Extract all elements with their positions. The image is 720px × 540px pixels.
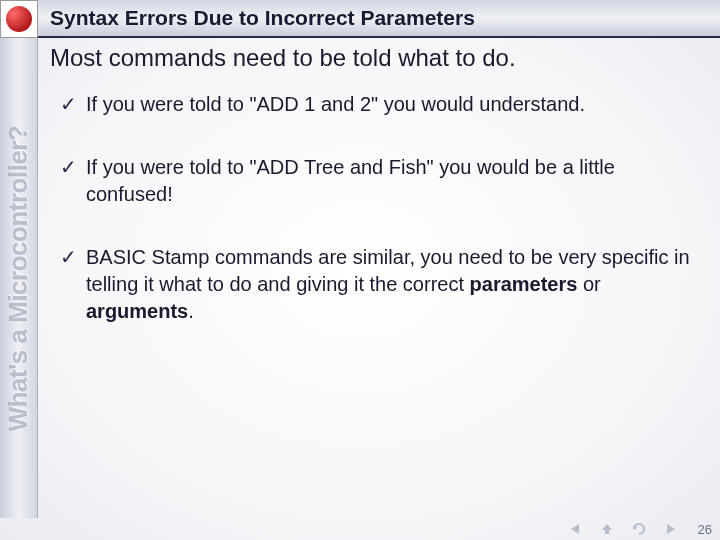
- page-number: 26: [692, 522, 712, 537]
- sidebar: What's a Microcontroller?: [0, 38, 38, 518]
- list-item: ✓ If you were told to "ADD Tree and Fish…: [60, 154, 696, 208]
- list-item: ✓ If you were told to "ADD 1 and 2" you …: [60, 91, 696, 118]
- footer: 26: [0, 518, 720, 540]
- check-icon: ✓: [60, 244, 77, 271]
- triangle-right-icon: [664, 522, 678, 536]
- nav-home-button[interactable]: [596, 521, 618, 537]
- bullet-bold: arguments: [86, 300, 188, 322]
- bullet-text: If you were told to "ADD Tree and Fish" …: [86, 156, 615, 205]
- logo: [0, 0, 38, 38]
- title-bar: Syntax Errors Due to Incorrect Parameter…: [38, 0, 720, 38]
- nav-loop-button[interactable]: [628, 521, 650, 537]
- check-icon: ✓: [60, 91, 77, 118]
- page-title: Syntax Errors Due to Incorrect Parameter…: [50, 6, 475, 30]
- check-icon: ✓: [60, 154, 77, 181]
- triangle-left-icon: [568, 522, 582, 536]
- nav-prev-button[interactable]: [564, 521, 586, 537]
- list-item: ✓ BASIC Stamp commands are similar, you …: [60, 244, 696, 325]
- nav-next-button[interactable]: [660, 521, 682, 537]
- intro-text: Most commands need to be told what to do…: [50, 42, 696, 73]
- content-area: Most commands need to be told what to do…: [50, 42, 696, 510]
- bullet-list: ✓ If you were told to "ADD 1 and 2" you …: [50, 91, 696, 325]
- bullet-text: If you were told to "ADD 1 and 2" you wo…: [86, 93, 585, 115]
- slide: Syntax Errors Due to Incorrect Parameter…: [0, 0, 720, 540]
- loop-icon: [631, 522, 647, 536]
- bullet-bold: parameters: [470, 273, 578, 295]
- logo-apple: [6, 6, 32, 32]
- header: Syntax Errors Due to Incorrect Parameter…: [0, 0, 720, 38]
- home-up-icon: [600, 522, 614, 536]
- bullet-text: .: [188, 300, 194, 322]
- bullet-text: or: [577, 273, 600, 295]
- sidebar-label: What's a Microcontroller?: [3, 125, 34, 431]
